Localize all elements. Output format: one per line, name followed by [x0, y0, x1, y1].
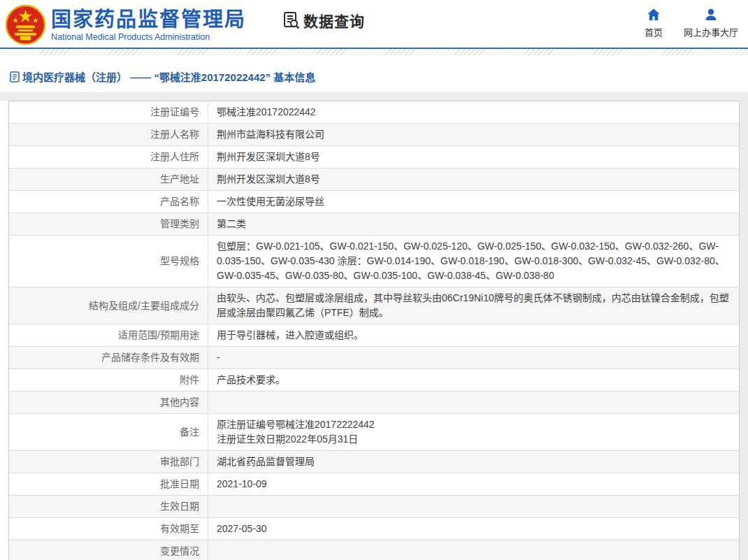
- home-icon: [647, 8, 661, 22]
- field-label: 附件: [9, 369, 208, 391]
- table-row: 附件 产品技术要求。: [9, 369, 739, 392]
- table-row: 有效期至 2027-05-30: [9, 518, 739, 540]
- field-label: 型号规格: [9, 236, 208, 287]
- table-row: 产品储存条件及有效期 -: [9, 347, 739, 369]
- field-value: [208, 540, 739, 560]
- field-value: [208, 392, 739, 413]
- field-label: 审批部门: [9, 451, 208, 473]
- field-value: 2021-10-09: [208, 473, 739, 495]
- nav-item-home[interactable]: 首页: [645, 8, 663, 38]
- field-label: 注册人名称: [9, 124, 208, 145]
- field-label-text: 注册人住所: [150, 150, 199, 164]
- field-label-text: 有效期至: [160, 522, 199, 536]
- table-row: 生效日期: [9, 496, 739, 518]
- field-label: 结构及组成/主要组成成分: [9, 287, 208, 324]
- field-label-text: 其他内容: [160, 395, 199, 410]
- table-row: 注册人名称 荆州市益海科技有限公司: [9, 124, 739, 146]
- breadcrumb: 境内医疗器械（注册） —— “鄂械注准20172022442” 基本信息: [0, 55, 748, 92]
- field-label: 生产地址: [9, 168, 208, 190]
- table-row: 适用范围/预期用途 用于导引器械，进入腔道或组织。: [9, 324, 739, 347]
- nav-service-hall-label: 网上办事大厅: [684, 25, 738, 38]
- field-label-text: 注册证编号: [150, 105, 199, 120]
- field-label: 产品名称: [9, 191, 208, 213]
- user-icon: [704, 8, 718, 22]
- field-label-text: 生效日期: [160, 499, 199, 514]
- field-label: 变更情况: [9, 540, 208, 560]
- field-value: 湖北省药品监督管理局: [208, 451, 739, 473]
- table-row: 管理类别 第二类: [9, 213, 739, 236]
- field-value: 荆州开发区深圳大道8号: [208, 146, 739, 168]
- field-label-text: 适用范围/预期用途: [118, 328, 199, 343]
- field-label: 其他内容: [9, 392, 208, 413]
- field-label: 生效日期: [9, 496, 208, 517]
- field-label-text: 注册人名称: [150, 127, 199, 142]
- field-value: 荆州市益海科技有限公司: [208, 124, 739, 145]
- field-value: 一次性使用无菌泌尿导丝: [208, 191, 739, 213]
- field-label: 批准日期: [9, 473, 208, 495]
- field-label-text: 附件: [180, 373, 199, 387]
- org-name-cn: 国家药品监督管理局: [51, 8, 246, 31]
- field-label: 管理类别: [9, 213, 208, 235]
- table-row: 注册人住所 荆州开发区深圳大道8号: [9, 146, 739, 168]
- national-emblem-logo: [6, 4, 45, 46]
- data-query-label: 数据查询: [303, 10, 365, 31]
- field-label: 适用范围/预期用途: [9, 324, 208, 346]
- table-row: 结构及组成/主要组成成分 由软头、内芯、包塑层或涂层组成，其中导丝软头由06Cr…: [9, 287, 739, 324]
- site-header: 国家药品监督管理局 National Medical Products Admi…: [0, 0, 748, 48]
- registration-info-table: 注册证编号 鄂械注准20172022442 注册人名称 荆州市益海科技有限公司 …: [8, 101, 740, 560]
- field-label-text: 型号规格: [160, 254, 199, 268]
- field-label-text: 生产地址: [160, 172, 199, 187]
- field-label: 备注: [9, 414, 208, 450]
- field-value: [208, 496, 739, 517]
- field-label-text: 产品储存条件及有效期: [101, 350, 199, 365]
- field-label-text: 批准日期: [160, 477, 199, 491]
- table-row: 批准日期 2021-10-09: [9, 473, 739, 496]
- breadcrumb-text: 境内医疗器械（注册） —— “鄂械注准20172022442” 基本信息: [22, 69, 315, 84]
- field-value: 产品技术要求。: [208, 369, 739, 391]
- field-value: 原注册证编号鄂械注准20172222442 注册证生效日期2022年05月31日: [208, 414, 739, 450]
- nav-item-service-hall[interactable]: 网上办事大厅: [684, 8, 738, 38]
- table-row: 生产地址 荆州开发区深圳大道8号: [9, 168, 739, 191]
- nav-home-label: 首页: [645, 25, 663, 38]
- top-nav: 首页 网上办事大厅: [645, 8, 738, 38]
- page-lower: 注册证编号 鄂械注准20172022442 注册人名称 荆州市益海科技有限公司 …: [0, 92, 748, 560]
- field-label: 有效期至: [9, 518, 208, 540]
- table-row: 其他内容: [9, 392, 739, 414]
- field-value: 用于导引器械，进入腔道或组织。: [208, 324, 739, 346]
- field-value: 荆州开发区深圳大道8号: [208, 168, 739, 190]
- page: 国家药品监督管理局 National Medical Products Admi…: [0, 0, 748, 560]
- table-row: 审批部门 湖北省药品监督管理局: [9, 451, 739, 473]
- table-row: 型号规格 包塑层：GW-0.021-105、GW-0.021-150、GW-0.…: [9, 236, 739, 287]
- field-label: 注册人住所: [9, 146, 208, 168]
- field-label-text: 审批部门: [160, 454, 199, 469]
- field-label-text: 备注: [180, 425, 199, 440]
- org-name-en: National Medical Products Administration: [51, 32, 246, 42]
- field-value: -: [208, 347, 739, 368]
- document-icon: [10, 71, 20, 82]
- table-row: 变更情况: [9, 540, 739, 560]
- field-value: 第二类: [208, 213, 739, 235]
- field-value: 2027-05-30: [208, 518, 739, 540]
- field-label: 产品储存条件及有效期: [9, 347, 208, 368]
- table-row: 产品名称 一次性使用无菌泌尿导丝: [9, 191, 739, 213]
- field-value: 由软头、内芯、包塑层或涂层组成，其中导丝软头由06Cr19Ni10牌号的奥氏体不…: [208, 287, 739, 324]
- data-query-section: 数据查询: [282, 10, 365, 31]
- field-value: 包塑层：GW-0.021-105、GW-0.021-150、GW-0.025-1…: [208, 236, 739, 287]
- field-label-text: 管理类别: [160, 217, 199, 231]
- data-query-icon: [282, 11, 301, 29]
- field-label-text: 产品名称: [160, 194, 199, 209]
- field-label: 注册证编号: [9, 101, 208, 123]
- field-value: 鄂械注准20172022442: [208, 101, 739, 123]
- main-content: 注册证编号 鄂械注准20172022442 注册人名称 荆州市益海科技有限公司 …: [0, 101, 740, 560]
- field-label-text: 变更情况: [160, 544, 199, 559]
- table-row: 备注 原注册证编号鄂械注准20172222442 注册证生效日期2022年05月…: [9, 414, 739, 451]
- field-label-text: 结构及组成/主要组成成分: [89, 299, 199, 313]
- org-title-block: 国家药品监督管理局 National Medical Products Admi…: [51, 8, 246, 42]
- table-row: 注册证编号 鄂械注准20172022442: [9, 101, 739, 124]
- header-hatch-band: [0, 49, 748, 55]
